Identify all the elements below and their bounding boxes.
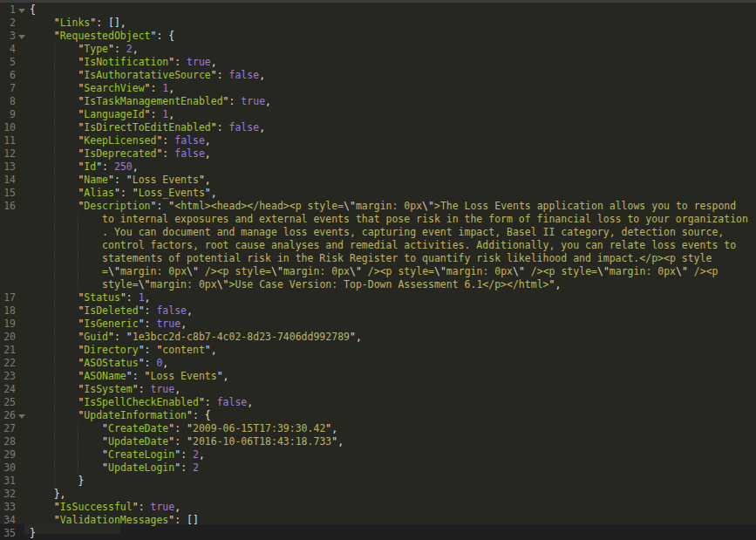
code-line-text[interactable]: "ValidationMessages": [] bbox=[30, 514, 756, 527]
code-line[interactable]: 29"CreateLogin": 2, bbox=[0, 448, 756, 461]
code-line-text[interactable]: "SearchView": 1, bbox=[30, 82, 756, 95]
code-token: ": bbox=[156, 134, 174, 147]
code-line-text[interactable]: "Directory": "content", bbox=[30, 344, 756, 357]
code-line[interactable]: 16"Description": "<html><head></head><p … bbox=[0, 200, 756, 213]
code-line[interactable]: 18"IsDeleted": false, bbox=[0, 304, 756, 318]
code-line-text[interactable]: "ASOName": "Loss Events", bbox=[30, 370, 756, 383]
fold-gutter bbox=[16, 383, 30, 396]
code-line-text[interactable]: } bbox=[30, 527, 756, 540]
code-line-text[interactable]: "Guid": "1e3bcc2d-c8b7-4c02-8d23-7406dd9… bbox=[30, 331, 756, 344]
code-line-text[interactable]: . You can document and manage loss event… bbox=[30, 226, 756, 239]
code-line[interactable]: 27"CreateDate": "2009-06-15T17:39:30.42"… bbox=[0, 422, 756, 435]
code-line[interactable]: control factors, root cause analyses and… bbox=[0, 239, 756, 252]
code-token: \" bbox=[271, 265, 283, 277]
code-line[interactable]: to internal exposures and external event… bbox=[0, 213, 756, 226]
code-line[interactable]: 3"RequestedObject": { bbox=[0, 30, 756, 43]
code-line-text[interactable]: "UpdateLogin": 2 bbox=[30, 461, 756, 475]
code-line-text[interactable]: "IsTaskManagementEnabled": true, bbox=[30, 95, 756, 108]
code-line-text[interactable]: "KeepLicensed": false, bbox=[30, 134, 756, 147]
code-line-text[interactable]: } bbox=[30, 475, 756, 488]
fold-gutter bbox=[16, 95, 30, 108]
code-line-text[interactable]: "Alias": "Loss_Events", bbox=[30, 187, 756, 200]
code-line-text[interactable]: }, bbox=[30, 488, 756, 501]
code-line-text[interactable]: "UpdateDate": "2016-10-06T18:43:18.733", bbox=[30, 435, 756, 448]
code-line[interactable]: 9"LanguageId": 1, bbox=[0, 108, 756, 121]
code-line[interactable]: 13"Id": 250, bbox=[0, 161, 756, 174]
code-line[interactable]: statements of potential risk in the Risk… bbox=[0, 252, 756, 265]
code-line[interactable]: 33"IsSuccessful": true, bbox=[0, 501, 756, 514]
code-token: 2 bbox=[193, 448, 199, 461]
code-line[interactable]: 14"Name": "Loss Events", bbox=[0, 174, 756, 187]
code-line[interactable]: style=\"margin: 0px\">Use Case Version: … bbox=[0, 278, 756, 291]
code-line-text[interactable]: "ASOStatus": 0, bbox=[30, 357, 756, 370]
code-line[interactable]: 2"Links": [], bbox=[0, 17, 756, 30]
code-line-text[interactable]: "UpdateInformation": { bbox=[30, 409, 756, 422]
code-token: = bbox=[102, 265, 108, 277]
code-line-text[interactable]: "IsDeprecated": false, bbox=[30, 147, 756, 161]
code-line-text[interactable]: "IsSuccessful": true, bbox=[30, 501, 756, 514]
code-line[interactable]: 28"UpdateDate": "2016-10-06T18:43:18.733… bbox=[0, 435, 756, 448]
code-line-text[interactable]: "IsNotification": true, bbox=[30, 56, 756, 69]
code-token: IsNotification bbox=[84, 56, 168, 68]
code-line[interactable]: 30"UpdateLogin": 2 bbox=[0, 461, 756, 475]
code-line-text[interactable]: "Description": "<html><head></head><p st… bbox=[30, 200, 756, 213]
code-token: Loss Events bbox=[133, 174, 199, 186]
code-line-text[interactable]: to internal exposures and external event… bbox=[30, 213, 756, 226]
code-line[interactable]: 5"IsNotification": true, bbox=[0, 56, 756, 69]
line-number: 7 bbox=[0, 82, 16, 95]
code-line[interactable]: 19"IsGeneric": true, bbox=[0, 318, 756, 331]
code-editor[interactable]: 1{2"Links": [],3"RequestedObject": {4"Ty… bbox=[0, 3, 756, 540]
fold-arrow-icon[interactable] bbox=[16, 409, 30, 422]
code-line-text[interactable]: "IsGeneric": true, bbox=[30, 318, 756, 331]
fold-arrow-icon[interactable] bbox=[16, 3, 30, 17]
code-line-text[interactable]: style=\"margin: 0px\">Use Case Version: … bbox=[30, 278, 756, 291]
code-token: true bbox=[156, 318, 180, 330]
code-token: control factors, root cause analyses and… bbox=[102, 239, 736, 251]
code-line-text[interactable]: =\"margin: 0px\" /><p style=\"margin: 0p… bbox=[30, 265, 756, 278]
code-line-text[interactable]: "Id": 250, bbox=[30, 161, 756, 174]
code-line[interactable]: 7"SearchView": 1, bbox=[0, 82, 756, 95]
code-line[interactable]: 15"Alias": "Loss_Events", bbox=[0, 187, 756, 200]
code-line[interactable]: 24"IsSystem": true, bbox=[0, 383, 756, 396]
code-line-text[interactable]: "IsDirectToEditEnabled": false, bbox=[30, 121, 756, 134]
code-line-text[interactable]: "IsSpellCheckEnabled": false, bbox=[30, 396, 756, 409]
code-line-text[interactable]: { bbox=[30, 3, 756, 17]
code-line[interactable]: 11"KeepLicensed": false, bbox=[0, 134, 756, 147]
code-line[interactable]: 25"IsSpellCheckEnabled": false, bbox=[0, 396, 756, 409]
code-line-text[interactable]: "IsAuthoratativeSource": false, bbox=[30, 69, 756, 82]
code-line[interactable]: 6"IsAuthoratativeSource": false, bbox=[0, 69, 756, 82]
code-line-text[interactable]: statements of potential risk in the Risk… bbox=[30, 252, 756, 265]
code-token: ValidationMessages bbox=[60, 514, 169, 526]
code-line[interactable]: 23"ASOName": "Loss Events", bbox=[0, 370, 756, 383]
code-line-text[interactable]: control factors, root cause analyses and… bbox=[30, 239, 756, 252]
code-line[interactable]: =\"margin: 0px\" /><p style=\"margin: 0p… bbox=[0, 265, 756, 278]
code-line-text[interactable]: "RequestedObject": { bbox=[30, 30, 756, 43]
code-line[interactable]: 35} bbox=[0, 527, 756, 540]
code-line[interactable]: 8"IsTaskManagementEnabled": true, bbox=[0, 95, 756, 108]
code-token: ": bbox=[145, 82, 163, 94]
code-line-text[interactable]: "Type": 2, bbox=[30, 43, 756, 56]
code-line-text[interactable]: "Status": 1, bbox=[30, 291, 756, 304]
code-line[interactable]: 31} bbox=[0, 475, 756, 488]
code-line-text[interactable]: "CreateDate": "2009-06-15T17:39:30.42", bbox=[30, 422, 756, 435]
code-line[interactable]: . You can document and manage loss event… bbox=[0, 226, 756, 239]
code-line[interactable]: 21"Directory": "content", bbox=[0, 344, 756, 357]
code-line[interactable]: 4"Type": 2, bbox=[0, 43, 756, 56]
code-line[interactable]: 12"IsDeprecated": false, bbox=[0, 147, 756, 161]
code-line[interactable]: 34"ValidationMessages": [] bbox=[0, 514, 756, 527]
code-line[interactable]: 22"ASOStatus": 0, bbox=[0, 357, 756, 370]
code-line[interactable]: 17"Status": 1, bbox=[0, 291, 756, 304]
code-line[interactable]: 26"UpdateInformation": { bbox=[0, 409, 756, 422]
code-line-text[interactable]: "IsSystem": true, bbox=[30, 383, 756, 396]
code-line-text[interactable]: "Name": "Loss Events", bbox=[30, 174, 756, 187]
code-line[interactable]: 32}, bbox=[0, 488, 756, 501]
code-line[interactable]: 20"Guid": "1e3bcc2d-c8b7-4c02-8d23-7406d… bbox=[0, 331, 756, 344]
code-line[interactable]: 1{ bbox=[0, 3, 756, 17]
fold-arrow-icon[interactable] bbox=[16, 30, 30, 43]
code-token: IsDirectToEditEnabled bbox=[84, 121, 210, 133]
code-line-text[interactable]: "CreateLogin": 2, bbox=[30, 448, 756, 461]
code-line[interactable]: 10"IsDirectToEditEnabled": false, bbox=[0, 121, 756, 134]
code-line-text[interactable]: "Links": [], bbox=[30, 17, 756, 30]
code-line-text[interactable]: "LanguageId": 1, bbox=[30, 108, 756, 121]
code-line-text[interactable]: "IsDeleted": false, bbox=[30, 304, 756, 318]
